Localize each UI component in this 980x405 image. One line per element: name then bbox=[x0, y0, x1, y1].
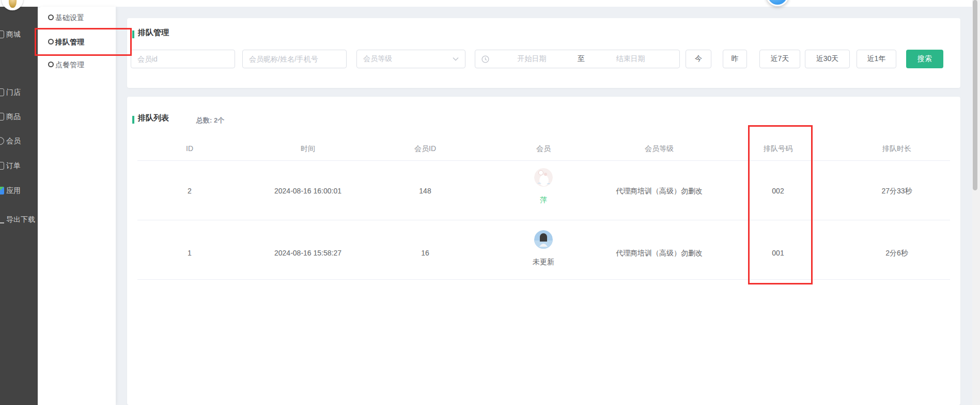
member-avatar[interactable] bbox=[534, 168, 553, 187]
sidebar-item-label: 导出下载 bbox=[6, 215, 35, 224]
table-divider bbox=[137, 279, 950, 280]
apps-icon bbox=[0, 187, 4, 194]
cell-queue-duration: 2分6秒 bbox=[840, 249, 954, 258]
radio-circle-icon bbox=[48, 62, 54, 67]
member-name[interactable]: 萍 bbox=[487, 196, 600, 205]
annotation-box-queue-menu bbox=[35, 28, 132, 56]
primary-sidebar: 商城 门店 商品 会员 订单 应用 导出下载 bbox=[0, 7, 38, 405]
sidebar-item-apps[interactable]: 应用 bbox=[0, 186, 38, 196]
queue-management-page: 商城 门店 商品 会员 订单 应用 导出下载 bbox=[0, 0, 980, 405]
orders-icon bbox=[0, 162, 4, 170]
store-icon bbox=[0, 31, 4, 38]
column-header-queue-duration: 排队时长 bbox=[840, 144, 954, 154]
sidebar-item-label: 会员 bbox=[6, 137, 21, 146]
start-date-placeholder[interactable]: 开始日期 bbox=[489, 54, 574, 64]
quick-7days-button[interactable]: 近7天 bbox=[759, 50, 800, 68]
cell-time: 2024-08-16 16:00:01 bbox=[251, 187, 365, 195]
member-level-select[interactable]: 会员等级 bbox=[356, 50, 465, 68]
column-header-id: ID bbox=[133, 144, 246, 153]
cell-id: 2 bbox=[133, 187, 246, 195]
table-divider bbox=[137, 160, 950, 161]
page-scrollbar[interactable] bbox=[972, 0, 980, 405]
end-date-placeholder[interactable]: 结束日期 bbox=[588, 54, 673, 64]
sidebar-item-orders[interactable]: 订单 bbox=[0, 161, 38, 171]
title-accent-bar bbox=[132, 116, 134, 124]
quick-yesterday-button[interactable]: 昨 bbox=[723, 50, 747, 68]
cell-member-id: 16 bbox=[368, 249, 482, 257]
goods-icon bbox=[0, 113, 4, 121]
download-icon bbox=[0, 216, 4, 223]
clock-icon bbox=[481, 55, 489, 63]
quick-1year-button[interactable]: 近1年 bbox=[857, 50, 896, 68]
column-header-member: 会员 bbox=[487, 144, 600, 154]
sidebar-item-export-download[interactable]: 导出下载 bbox=[0, 215, 38, 225]
cell-time: 2024-08-16 15:58:27 bbox=[251, 249, 365, 257]
submenu-item-basic-settings[interactable]: 基础设置 bbox=[38, 12, 116, 24]
cell-member-level: 代理商培训（高级）勿删改 bbox=[602, 249, 716, 258]
shop-icon bbox=[0, 88, 4, 96]
sidebar-item-label: 应用 bbox=[6, 186, 21, 196]
sidebar-item-label: 订单 bbox=[6, 161, 21, 171]
radio-circle-icon bbox=[48, 14, 54, 20]
column-header-member-level: 会员等级 bbox=[602, 144, 716, 154]
sidebar-item-label: 商城 bbox=[6, 30, 21, 39]
sidebar-item-shop[interactable]: 门店 bbox=[0, 87, 38, 98]
annotation-box-queue-number bbox=[748, 125, 813, 284]
sidebar-item-goods[interactable]: 商品 bbox=[0, 112, 38, 122]
cell-queue-duration: 27分33秒 bbox=[840, 187, 954, 196]
column-header-member-id: 会员ID bbox=[368, 144, 482, 154]
sidebar-item-mall[interactable]: 商城 bbox=[0, 29, 38, 40]
submenu-item-ordering-management[interactable]: 点餐管理 bbox=[38, 59, 116, 71]
cell-member-id: 148 bbox=[368, 187, 482, 195]
member-name[interactable]: 未更新 bbox=[487, 258, 600, 267]
submenu-item-label: 基础设置 bbox=[55, 13, 84, 23]
member-avatar[interactable] bbox=[534, 230, 553, 249]
quick-today-button[interactable]: 今 bbox=[686, 50, 711, 68]
total-count-label: 总数: 2个 bbox=[196, 116, 224, 125]
perfume-bottle-image bbox=[9, 0, 17, 8]
sidebar-item-label: 商品 bbox=[6, 112, 21, 122]
sidebar-item-members[interactable]: 会员 bbox=[0, 136, 38, 146]
avatar-photo bbox=[534, 230, 553, 249]
page-title: 排队管理 bbox=[138, 28, 169, 38]
cell-id: 1 bbox=[133, 249, 246, 257]
members-icon bbox=[0, 137, 4, 145]
secondary-sidebar: 基础设置 排队管理 点餐管理 bbox=[38, 7, 116, 405]
list-title: 排队列表 bbox=[138, 113, 169, 123]
top-bar bbox=[0, 0, 980, 7]
chevron-down-icon bbox=[453, 57, 459, 61]
avatar-illustration bbox=[534, 168, 553, 187]
date-separator: 至 bbox=[574, 54, 588, 64]
filter-card: 排队管理 会员等级 开始日期 至 结束日期 今 昨 近7天 近30天 近1年 搜… bbox=[127, 18, 960, 88]
queue-list-card: 排队列表 总数: 2个 ID 时间 会员ID 会员 会员等级 排队号码 排队时长… bbox=[127, 97, 960, 405]
title-accent-bar bbox=[132, 31, 134, 38]
scrollbar-thumb[interactable] bbox=[973, 0, 977, 190]
table-divider bbox=[137, 220, 950, 220]
quick-30days-button[interactable]: 近30天 bbox=[805, 50, 850, 68]
member-name-input[interactable] bbox=[242, 50, 347, 68]
submenu-item-label: 点餐管理 bbox=[55, 61, 84, 70]
cell-member-level: 代理商培训（高级）勿删改 bbox=[602, 187, 716, 196]
member-id-input[interactable] bbox=[131, 50, 235, 68]
sidebar-item-label: 门店 bbox=[6, 88, 21, 97]
search-button[interactable]: 搜索 bbox=[906, 50, 943, 68]
date-range-picker[interactable]: 开始日期 至 结束日期 bbox=[475, 50, 680, 68]
column-header-time: 时间 bbox=[251, 144, 365, 154]
select-placeholder: 会员等级 bbox=[363, 54, 392, 64]
